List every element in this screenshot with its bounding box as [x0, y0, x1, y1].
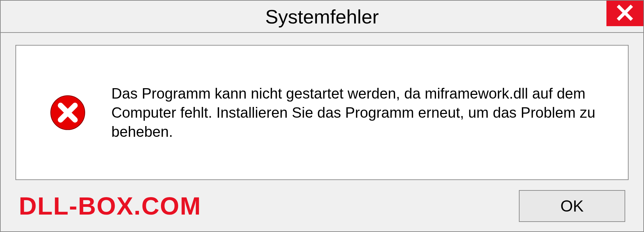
- error-dialog: Systemfehler Das Programm kann nicht ges…: [0, 0, 644, 232]
- watermark-text: DLL-BOX.COM: [19, 192, 201, 220]
- dialog-footer: DLL-BOX.COM OK: [15, 180, 629, 223]
- titlebar: Systemfehler: [1, 1, 643, 33]
- error-icon: [50, 95, 86, 131]
- close-icon: [616, 4, 634, 23]
- close-button[interactable]: [606, 1, 643, 26]
- dialog-title: Systemfehler: [265, 5, 379, 28]
- message-panel: Das Programm kann nicht gestartet werden…: [15, 45, 629, 180]
- error-message: Das Programm kann nicht gestartet werden…: [111, 84, 601, 141]
- ok-button[interactable]: OK: [519, 190, 625, 222]
- content-area: Das Programm kann nicht gestartet werden…: [1, 33, 643, 231]
